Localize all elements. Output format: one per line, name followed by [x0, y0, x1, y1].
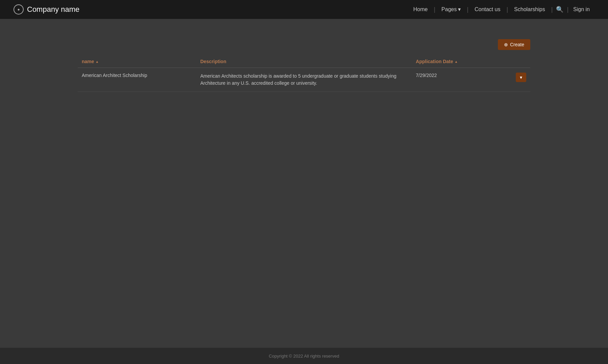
sort-icon-date: ▲: [455, 60, 458, 63]
table-header: name ▲ Description Application Date ▲: [78, 55, 530, 68]
footer: Copyright © 2022 All rights reserved: [0, 348, 608, 364]
search-icon[interactable]: 🔍: [553, 6, 567, 13]
col-name[interactable]: name ▲: [78, 55, 196, 68]
create-button[interactable]: ⊕ Create: [498, 39, 530, 50]
scholarship-name[interactable]: American Architect Scholarship: [78, 68, 196, 92]
nav-links: Home | Pages ▾ | Contact us | Scholarshi…: [407, 0, 594, 19]
signin-button[interactable]: Sign in: [568, 6, 594, 12]
table-body: American Architect Scholarship American …: [78, 68, 530, 92]
sort-icon-name: ▲: [96, 60, 99, 63]
brand-icon: ●: [14, 4, 24, 15]
scholarship-actions: ▾: [487, 68, 530, 92]
brand-name: Company name: [27, 5, 79, 14]
table-row: American Architect Scholarship American …: [78, 68, 530, 92]
col-application-date[interactable]: Application Date ▲: [412, 55, 487, 68]
copyright-text: Copyright © 2022 All rights reserved: [269, 354, 339, 359]
nav-item-scholarships[interactable]: Scholarships: [508, 0, 551, 19]
main-content: ⊕ Create name ▲ Description Application …: [0, 19, 608, 348]
navbar: ● Company name Home | Pages ▾ | Contact …: [0, 0, 608, 19]
brand[interactable]: ● Company name: [14, 4, 79, 15]
scholarships-table: name ▲ Description Application Date ▲: [78, 55, 530, 92]
chevron-down-icon: ▾: [520, 75, 522, 80]
row-dropdown-button[interactable]: ▾: [516, 73, 526, 82]
toolbar: ⊕ Create: [78, 39, 530, 50]
plus-icon: ⊕: [504, 42, 508, 47]
nav-item-home[interactable]: Home: [407, 0, 434, 19]
nav-item-pages[interactable]: Pages ▾: [435, 0, 467, 19]
nav-item-contact[interactable]: Contact us: [468, 0, 506, 19]
chevron-down-icon: ▾: [458, 0, 461, 19]
scholarship-date: 7/29/2022: [412, 68, 487, 92]
col-description: Description: [196, 55, 412, 68]
col-actions: [487, 55, 530, 68]
table-header-row: name ▲ Description Application Date ▲: [78, 55, 530, 68]
scholarship-description: American Architects scholarship is award…: [196, 68, 412, 92]
